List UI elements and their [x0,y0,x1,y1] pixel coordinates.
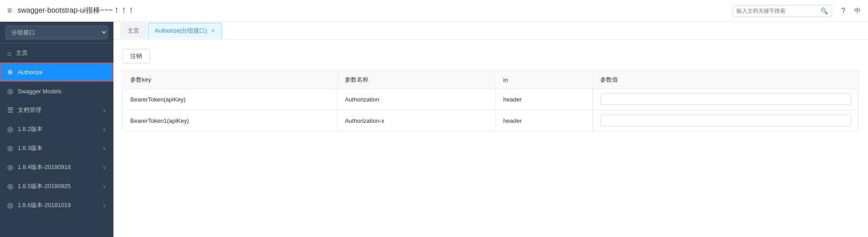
sidebar-item-home[interactable]: ⌂主页 [0,44,113,63]
lang-switch[interactable]: 中 [854,7,861,15]
header-title: swagger-bootstrap-ui很棒~~~！！！ [18,6,727,15]
sidebar-item-icon-v185: ◎ [7,182,13,190]
sidebar-item-authorize[interactable]: ⊕Authorize [0,63,113,82]
cell-name-0: Authorization [338,89,496,110]
sidebar-item-arrow-v182: ∨ [103,126,106,132]
sidebar-item-label-v186: 1.8.6版本-20181019 [18,201,98,209]
table-row: BearerToken(apiKey)Authorizationheader [123,89,859,110]
cancel-button[interactable]: 注销 [123,49,150,63]
sidebar-item-label-swagger-models: Swagger Models [18,88,106,95]
sidebar-item-icon-authorize: ⊕ [7,68,13,76]
tab-authorize-close[interactable]: ✕ [211,28,215,34]
sidebar-item-label-v185: 1.8.5版本-20180925 [18,182,98,190]
sidebar-item-v185[interactable]: ◎1.8.5版本-20180925∨ [0,177,113,196]
sidebar-item-swagger-models[interactable]: ◎Swagger Models [0,82,113,101]
sidebar-item-icon-v184: ◎ [7,163,13,171]
sidebar-item-icon-v186: ◎ [7,201,13,209]
cell-key-0: BearerToken(apiKey) [123,89,338,110]
help-icon[interactable]: ? [841,7,845,15]
sidebar-item-label-v182: 1.8.2版本 [18,125,98,133]
group-select[interactable]: 分组接口 [5,25,108,39]
tab-home-label: 主页 [128,27,139,35]
sidebar-item-arrow-v185: ∨ [103,184,106,189]
sidebar-item-icon-document-mgmt: ☰ [7,106,13,114]
col-in: in [496,71,593,89]
sidebar: 分组接口 ⌂主页⊕Authorize◎Swagger Models☰文档管理∨◎… [0,22,113,237]
page-content: 注销 参数key 参数名称 in 参数值 BearerToken(apiKey)… [113,40,868,237]
sidebar-item-v182[interactable]: ◎1.8.2版本∨ [0,120,113,139]
auth-table: 参数key 参数名称 in 参数值 BearerToken(apiKey)Aut… [123,71,859,131]
sidebar-items: ⌂主页⊕Authorize◎Swagger Models☰文档管理∨◎1.8.2… [0,44,113,215]
group-select-wrapper: 分组接口 [0,22,113,44]
table-row: BearerToken1(apiKey)Authorization-xheade… [123,110,859,131]
sidebar-item-icon-v182: ◎ [7,125,13,133]
cell-key-1: BearerToken1(apiKey) [123,110,338,131]
sidebar-item-document-mgmt[interactable]: ☰文档管理∨ [0,101,113,120]
sidebar-item-arrow-v184: ∨ [103,164,106,170]
sidebar-item-icon-home: ⌂ [7,49,11,57]
col-key: 参数key [123,71,338,89]
value-input-1[interactable] [600,115,851,126]
sidebar-item-arrow-v183: ∨ [103,145,106,151]
sidebar-item-label-v183: 1.8.3版本 [18,144,98,152]
tab-home[interactable]: 主页 [121,23,146,39]
table-body: BearerToken(apiKey)AuthorizationheaderBe… [123,89,859,131]
table-header-row: 参数key 参数名称 in 参数值 [123,71,859,89]
sidebar-item-label-authorize: Authorize [18,69,106,76]
sidebar-item-icon-swagger-models: ◎ [7,87,13,95]
search-input[interactable] [736,8,818,14]
tabs-bar: 主页 Authorize(分组接口) ✕ [113,22,868,40]
col-value: 参数值 [593,71,859,89]
main-layout: 分组接口 ⌂主页⊕Authorize◎Swagger Models☰文档管理∨◎… [0,22,868,237]
tab-authorize-label: Authorize(分组接口) [155,27,207,35]
cell-value-1 [593,110,859,131]
sidebar-item-v184[interactable]: ◎1.8.4版本-20180918∨ [0,158,113,177]
menu-icon[interactable]: ≡ [7,6,12,15]
cell-value-0 [593,89,859,110]
col-name: 参数名称 [338,71,496,89]
sidebar-item-label-v184: 1.8.4版本-20180918 [18,163,98,171]
cell-in-0: header [496,89,593,110]
sidebar-item-label-home: 主页 [16,49,106,57]
cell-name-1: Authorization-x [338,110,496,131]
sidebar-item-label-document-mgmt: 文档管理 [18,106,98,114]
header: ≡ swagger-bootstrap-ui很棒~~~！！！ 🔍 ? 中 [0,0,868,22]
sidebar-item-v183[interactable]: ◎1.8.3版本∨ [0,139,113,158]
sidebar-item-arrow-v186: ∨ [103,203,106,208]
cell-in-1: header [496,110,593,131]
search-icon[interactable]: 🔍 [820,7,828,15]
sidebar-item-v186[interactable]: ◎1.8.6版本-20181019∨ [0,196,113,215]
tab-authorize[interactable]: Authorize(分组接口) ✕ [148,23,222,39]
content-area: 主页 Authorize(分组接口) ✕ 注销 参数key 参数名称 in 参数… [113,22,868,237]
sidebar-item-icon-v183: ◎ [7,144,13,152]
value-input-0[interactable] [600,93,851,105]
search-box: 🔍 [732,5,832,17]
sidebar-item-arrow-document-mgmt: ∨ [103,107,106,113]
